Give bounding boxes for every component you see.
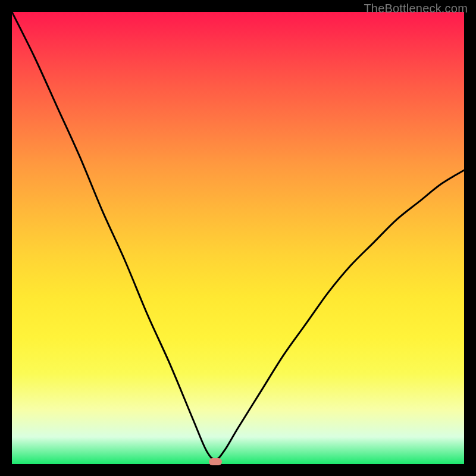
plot-area — [12, 12, 464, 464]
minimum-marker — [209, 458, 222, 465]
chart-frame — [12, 12, 464, 464]
bottleneck-curve — [12, 12, 464, 459]
curve-svg — [12, 12, 464, 464]
attribution-text: TheBottleneck.com — [364, 2, 468, 15]
